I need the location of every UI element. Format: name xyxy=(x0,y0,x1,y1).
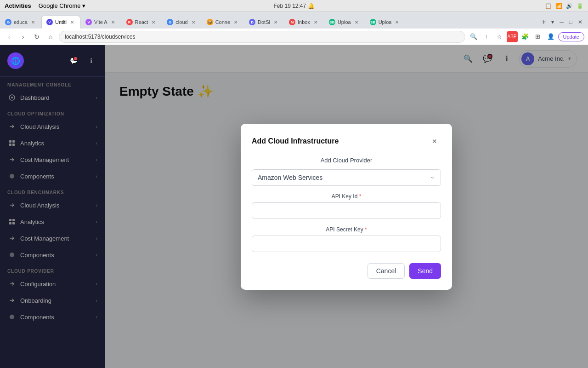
home-button[interactable]: ⌂ xyxy=(45,31,56,42)
reload-button[interactable]: ↻ xyxy=(31,31,42,42)
icon-cloud-analysis-opt xyxy=(7,122,17,131)
chevron-components-prov: › xyxy=(96,314,97,320)
activities-label[interactable]: Activities xyxy=(5,2,31,9)
sidebar-item-dashboard[interactable]: Dashboard › xyxy=(0,89,105,106)
sidebar-item-cost-management-bench[interactable]: Cost Management › xyxy=(0,230,105,247)
cloud-benchmarks-label: CLOUD BENCHMARKS xyxy=(0,184,105,197)
tab-icon-cloud: G xyxy=(167,19,173,25)
tab-icon-educa: G xyxy=(5,19,11,25)
address-input[interactable] xyxy=(59,31,465,43)
tab-close-uploa1[interactable]: ✕ xyxy=(353,19,360,25)
svg-point-1 xyxy=(11,97,13,98)
datetime-label: Feb 19 12:47 🔔 xyxy=(273,3,314,9)
sidebar-logo: 🌐 xyxy=(7,52,24,69)
modal-section-title: Add Cloud Provider xyxy=(252,157,441,164)
chevron-onboarding: › xyxy=(96,298,97,303)
share-icon[interactable]: ↑ xyxy=(481,31,492,42)
close-window-button[interactable]: ✕ xyxy=(576,16,584,29)
tab-icon-untitl: V xyxy=(46,19,53,25)
icon-onboarding xyxy=(7,296,17,305)
tab-vitea[interactable]: V Vite A ✕ xyxy=(80,16,121,29)
label-analytics-bench: Analytics xyxy=(20,218,92,225)
provider-nav: Configuration › Onboarding › Components … xyxy=(0,276,105,325)
chevron-components-opt: › xyxy=(96,173,97,179)
cloud-provider-select[interactable]: Amazon Web Services Google Cloud Platfor… xyxy=(252,169,441,186)
tab-label-uploa1: Uploa xyxy=(338,19,351,25)
api-secret-key-input[interactable] xyxy=(252,236,441,252)
tab-cloud[interactable]: G cloud ✕ xyxy=(162,16,201,29)
abp-icon[interactable]: ABP xyxy=(507,31,518,42)
tab-close-uploa2[interactable]: ✕ xyxy=(394,19,400,25)
sidebar-item-cost-management-opt[interactable]: Cost Management › xyxy=(0,151,105,168)
minimize-button[interactable]: ─ xyxy=(558,16,565,29)
notification-icon[interactable]: 💬 xyxy=(67,54,80,67)
extension-icon[interactable]: 🧩 xyxy=(520,31,531,42)
send-button[interactable]: Send xyxy=(409,263,441,279)
maximize-button[interactable]: □ xyxy=(567,16,574,29)
forward-button[interactable]: › xyxy=(17,31,28,42)
tab-label-vitea: Vite A xyxy=(94,19,107,25)
tab-close-dotsl[interactable]: ✕ xyxy=(272,19,279,25)
tab-list-button[interactable]: ▾ xyxy=(549,16,556,29)
sidebar-item-components-opt[interactable]: Components › xyxy=(0,168,105,184)
tab-uploa2[interactable]: SB Uploa ✕ xyxy=(365,16,406,29)
icon-components-opt xyxy=(7,172,17,181)
new-tab-button[interactable]: + xyxy=(538,16,549,29)
sidebar-item-configuration[interactable]: Configuration › xyxy=(0,276,105,292)
tab-label-cloud: cloud xyxy=(175,19,187,25)
tab-uploa1[interactable]: SB Uploa ✕ xyxy=(324,16,365,29)
tab-close-untitl[interactable]: ✕ xyxy=(69,19,75,25)
tab-close-inbox[interactable]: ✕ xyxy=(312,19,319,25)
icon-analytics-bench xyxy=(7,217,17,226)
sidebar-item-analytics-bench[interactable]: Analytics › xyxy=(0,213,105,230)
update-button[interactable]: Update xyxy=(558,32,584,41)
help-sidebar-icon[interactable]: ℹ xyxy=(85,54,97,67)
search-icon[interactable]: 🔍 xyxy=(468,31,479,42)
tab-close-educa[interactable]: ✕ xyxy=(30,19,36,25)
tab-close-conne[interactable]: ✕ xyxy=(232,19,239,25)
tab-label-educa: educa xyxy=(14,19,28,25)
dashboard-icon xyxy=(7,93,17,102)
tab-icon-react: R xyxy=(126,19,133,25)
tab-dotsl[interactable]: D DotSl ✕ xyxy=(244,16,284,29)
svg-rect-7 xyxy=(9,219,11,221)
tab-label-inbox: Inbox xyxy=(298,19,310,25)
api-secret-key-required: * xyxy=(365,226,367,233)
tab-close-vitea[interactable]: ✕ xyxy=(110,19,116,25)
icon-cloud-analysis-bench xyxy=(7,201,17,210)
bookmark-icon[interactable]: ☆ xyxy=(494,31,505,42)
dashboard-chevron: › xyxy=(96,95,97,100)
tab-bar: G educa ✕ V Untitl ✕ V Vite A ✕ R React … xyxy=(0,12,588,29)
tab-close-cloud[interactable]: ✕ xyxy=(190,19,197,25)
tab-react[interactable]: R React ✕ xyxy=(121,16,162,29)
address-bar-actions: 🔍 ↑ ☆ ABP 🧩 ⊞ 👤 Update xyxy=(468,31,584,42)
sidebar-item-onboarding[interactable]: Onboarding › xyxy=(0,292,105,309)
cancel-button[interactable]: Cancel xyxy=(368,263,405,279)
tab-close-react[interactable]: ✕ xyxy=(150,19,157,25)
modal-title: Add Cloud Infrastructure xyxy=(252,137,339,145)
google-chrome-label[interactable]: Google Chrome ▾ xyxy=(39,2,85,9)
user-icon[interactable]: 👤 xyxy=(545,31,556,42)
split-icon[interactable]: ⊞ xyxy=(532,31,543,42)
label-components-opt: Components xyxy=(20,173,92,180)
tab-inbox[interactable]: M Inbox ✕ xyxy=(284,16,324,29)
address-bar: ‹ › ↻ ⌂ 🔍 ↑ ☆ ABP 🧩 ⊞ 👤 Update xyxy=(0,29,588,45)
wifi-icon: 📶 xyxy=(555,3,562,9)
svg-rect-8 xyxy=(12,219,15,221)
sidebar-item-cloud-analysis-bench[interactable]: Cloud Analysis › xyxy=(0,197,105,213)
svg-point-12 xyxy=(10,315,14,319)
sidebar-item-analytics-opt[interactable]: Analytics › xyxy=(0,135,105,151)
tab-educa[interactable]: G educa ✕ xyxy=(0,16,41,29)
tab-label-conne: Conne xyxy=(215,19,230,25)
sidebar-item-cloud-analysis-opt[interactable]: Cloud Analysis › xyxy=(0,118,105,135)
tab-icon-inbox: M xyxy=(289,19,295,25)
back-button[interactable]: ‹ xyxy=(4,31,15,42)
tab-conne[interactable]: 📦 Conne ✕ xyxy=(202,16,244,29)
sidebar-item-components-bench[interactable]: Components › xyxy=(0,247,105,263)
volume-icon: 🔊 xyxy=(566,3,573,9)
tab-untitl[interactable]: V Untitl ✕ xyxy=(41,16,80,29)
chevron-components-bench: › xyxy=(96,252,97,258)
sidebar-item-components-prov[interactable]: Components › xyxy=(0,309,105,325)
api-key-id-input[interactable] xyxy=(252,202,441,219)
modal-close-button[interactable]: ✕ xyxy=(428,135,441,148)
